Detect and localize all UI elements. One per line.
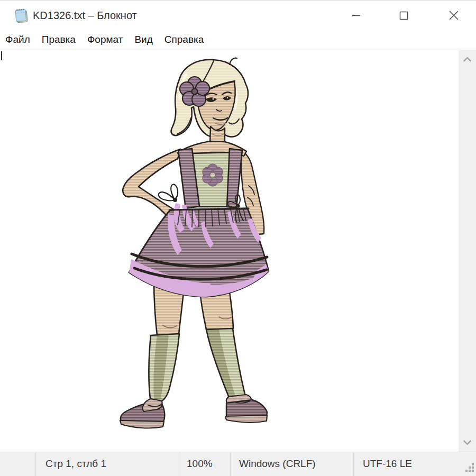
scroll-up-icon[interactable] [459, 50, 476, 68]
minimize-button[interactable] [344, 1, 368, 30]
resize-grip[interactable] [463, 461, 475, 475]
chest-flower-motif [203, 164, 223, 186]
menu-help[interactable]: Справка [161, 30, 208, 50]
status-zoom-level: 100% [180, 452, 230, 476]
left-bow [159, 185, 178, 202]
close-button[interactable] [442, 1, 466, 30]
window-title: KD1326.txt – Блокнот [33, 1, 137, 30]
notepad-icon [14, 8, 30, 24]
title-bar: KD1326.txt – Блокнот [0, 1, 476, 30]
left-shoe [120, 399, 164, 428]
girl-illustration [0, 50, 459, 452]
status-encoding: UTF-16 LE [353, 452, 476, 476]
vertical-scrollbar[interactable] [459, 50, 476, 452]
menu-edit[interactable]: Правка [38, 30, 79, 50]
status-cursor-position: Стр 1, стлб 1 [35, 452, 180, 476]
menu-format[interactable]: Формат [84, 30, 127, 50]
status-bar: Стр 1, стлб 1 100% Windows (CRLF) UTF-16… [0, 452, 476, 476]
notepad-window: { "window": { "title": "KD1326.txt – Бло… [0, 0, 476, 476]
status-line-ending: Windows (CRLF) [230, 452, 353, 476]
menu-bar: Файл Правка Формат Вид Справка [0, 30, 476, 50]
menu-view[interactable]: Вид [131, 30, 156, 50]
scroll-down-icon[interactable] [459, 434, 476, 452]
status-spacer [0, 452, 35, 476]
maximize-button[interactable] [391, 1, 416, 30]
text-area[interactable] [0, 50, 459, 452]
right-shoe [225, 395, 267, 423]
menu-file[interactable]: Файл [2, 30, 34, 50]
